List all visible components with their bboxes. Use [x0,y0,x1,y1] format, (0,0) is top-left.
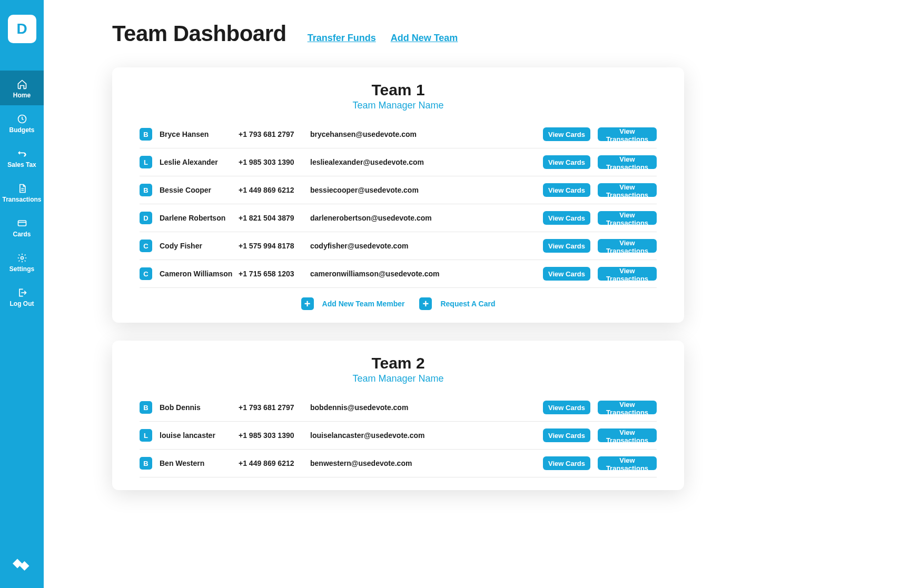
plus-icon: + [419,297,432,310]
request-card-label: Request A Card [440,300,495,308]
member-actions: View CardsView Transactions [543,127,657,141]
main-content: Team Dashboard Transfer Funds Add New Te… [44,0,718,588]
transfer-funds-link[interactable]: Transfer Funds [308,33,376,44]
sidebar-item-cards[interactable]: Cards [0,210,44,244]
member-row: BBryce Hansen+1 793 681 2797brycehansen@… [140,121,657,148]
sidebar-item-label: Settings [9,265,34,273]
add-team-member-button[interactable]: +Add New Team Member [301,297,405,310]
member-row: Llouise lancaster+1 985 303 1390louisela… [140,422,657,450]
avatar: C [140,240,152,252]
member-email: bobdennis@usedevote.com [310,403,543,412]
member-email: benwestern@usedevote.com [310,459,543,467]
sidebar-item-budgets[interactable]: Budgets [0,105,44,140]
sidebar-item-label: Home [13,92,31,99]
member-name: Darlene Robertson [160,214,239,222]
member-phone: +1 985 303 1390 [239,431,310,440]
member-row: BBen Western+1 449 869 6212benwestern@us… [140,450,657,477]
sidebar: D HomeBudgetsSales TaxTransactionsCardsS… [0,0,44,588]
member-row: CCody Fisher+1 575 994 8178codyfisher@us… [140,232,657,260]
member-actions: View CardsView Transactions [543,155,657,169]
avatar: B [140,184,152,196]
member-actions: View CardsView Transactions [543,401,657,414]
team-title: Team 2 [140,354,657,372]
member-actions: View CardsView Transactions [543,456,657,470]
view-cards-button[interactable]: View Cards [543,183,590,197]
avatar: B [140,128,152,141]
view-transactions-button[interactable]: View Transactions [598,428,657,442]
avatar: C [140,267,152,280]
view-cards-button[interactable]: View Cards [543,127,590,141]
view-transactions-button[interactable]: View Transactions [598,401,657,414]
member-row: BBessie Cooper+1 449 869 6212bessiecoope… [140,176,657,204]
sidebar-item-label: Log Out [10,300,34,307]
home-icon [17,79,27,89]
plus-icon: + [301,297,314,310]
add-new-team-link[interactable]: Add New Team [391,33,458,44]
sidebar-item-sales-tax[interactable]: Sales Tax [0,140,44,175]
svg-marker-1 [19,561,29,571]
member-email: codyfisher@usedevote.com [310,242,543,250]
member-phone: +1 821 504 3879 [239,214,310,222]
member-email: lesliealexander@usedevote.com [310,158,543,166]
request-card-button[interactable]: +Request A Card [419,297,495,310]
member-email: louiselancaster@usedevote.com [310,431,543,440]
sidebar-item-log-out[interactable]: Log Out [0,279,44,314]
document-icon [17,183,27,194]
page-header-links: Transfer Funds Add New Team [308,33,458,44]
page-title: Team Dashboard [112,21,286,46]
member-name: louise lancaster [160,431,239,440]
team-footer: +Add New Team Member+Request A Card [140,288,657,310]
member-phone: +1 449 869 6212 [239,186,310,194]
view-transactions-button[interactable]: View Transactions [598,456,657,470]
view-transactions-button[interactable]: View Transactions [598,239,657,253]
member-actions: View CardsView Transactions [543,239,657,253]
brand-mark [13,559,32,573]
avatar: L [140,429,152,442]
member-name: Cody Fisher [160,242,239,250]
member-phone: +1 985 303 1390 [239,158,310,166]
view-cards-button[interactable]: View Cards [543,456,590,470]
gear-icon [17,253,27,263]
sidebar-item-label: Cards [13,231,31,238]
sidebar-item-label: Budgets [9,126,35,134]
team-title: Team 1 [140,81,657,99]
member-name: Cameron Williamson [160,270,239,278]
member-email: cameronwilliamson@usedevote.com [310,270,543,278]
member-name: Leslie Alexander [160,158,239,166]
member-row: LLeslie Alexander+1 985 303 1390leslieal… [140,148,657,176]
logout-icon [17,287,27,298]
view-transactions-button[interactable]: View Transactions [598,211,657,225]
member-actions: View CardsView Transactions [543,267,657,281]
view-transactions-button[interactable]: View Transactions [598,183,657,197]
view-cards-button[interactable]: View Cards [543,428,590,442]
view-transactions-button[interactable]: View Transactions [598,155,657,169]
member-row: DDarlene Robertson+1 821 504 3879darlene… [140,204,657,232]
avatar: B [140,457,152,470]
app-logo[interactable]: D [8,15,36,43]
add-team-member-label: Add New Team Member [322,300,405,308]
view-cards-button[interactable]: View Cards [543,401,590,414]
view-cards-button[interactable]: View Cards [543,211,590,225]
page-header: Team Dashboard Transfer Funds Add New Te… [112,21,684,46]
member-actions: View CardsView Transactions [543,211,657,225]
team-card: Team 2Team Manager NameBBob Dennis+1 793… [112,341,684,490]
sidebar-item-settings[interactable]: Settings [0,244,44,279]
member-name: Bob Dennis [160,403,239,412]
member-email: darlenerobertson@usedevote.com [310,214,543,222]
view-cards-button[interactable]: View Cards [543,155,590,169]
member-actions: View CardsView Transactions [543,183,657,197]
view-transactions-button[interactable]: View Transactions [598,267,657,281]
view-cards-button[interactable]: View Cards [543,239,590,253]
view-cards-button[interactable]: View Cards [543,267,590,281]
member-name: Ben Western [160,459,239,467]
member-phone: +1 793 681 2797 [239,403,310,412]
view-transactions-button[interactable]: View Transactions [598,127,657,141]
member-phone: +1 793 681 2797 [239,130,310,138]
exchange-icon [17,148,27,159]
sidebar-item-transactions[interactable]: Transactions [0,175,44,210]
team-manager-name: Team Manager Name [140,100,657,111]
sidebar-item-label: Sales Tax [7,161,36,168]
sidebar-item-home[interactable]: Home [0,71,44,105]
clock-icon [17,114,27,124]
avatar: L [140,156,152,168]
